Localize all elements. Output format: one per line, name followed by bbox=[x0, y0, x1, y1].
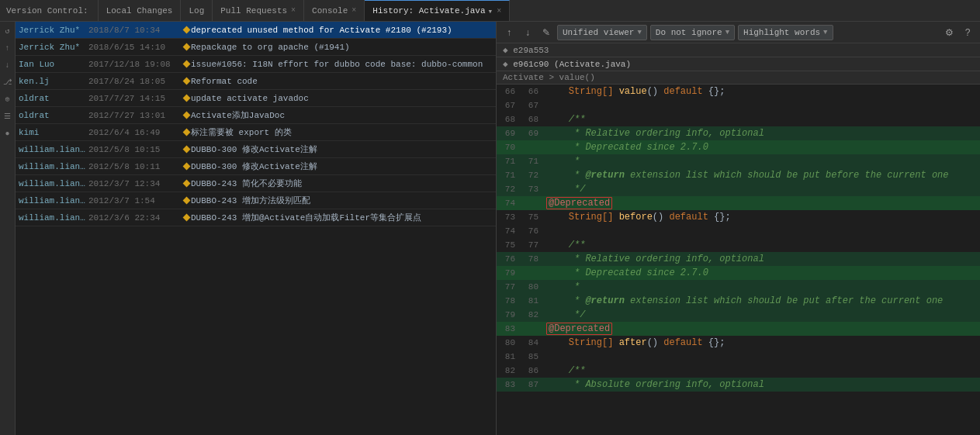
search-icon[interactable]: ⊕ bbox=[2, 93, 14, 105]
line-num-left: 82 bbox=[497, 364, 520, 378]
scroll-down-button[interactable]: ↓ bbox=[520, 25, 535, 40]
line-num-left: 75 bbox=[497, 238, 520, 252]
line-num-right: 66 bbox=[520, 85, 543, 98]
line-num-right: 69 bbox=[520, 126, 543, 140]
edit-button[interactable]: ✎ bbox=[538, 25, 554, 40]
branch-icon[interactable]: ⎇ bbox=[2, 76, 14, 88]
diff-toolbar: ↑ ↓ ✎ Unified viewer ▼ Do not ignore ▼ H… bbox=[497, 22, 980, 43]
viewer-dropdown[interactable]: Unified viewer ▼ bbox=[557, 25, 647, 40]
log-author: william.liangf bbox=[19, 179, 88, 188]
log-row[interactable]: william.liangf2012/3/7 1:54DUBBO-243 增加方… bbox=[16, 192, 496, 209]
line-num-right: 86 bbox=[520, 364, 543, 378]
line-content: * Relative ordering info, optional bbox=[543, 252, 980, 266]
log-date: 2018/8/7 10:34 bbox=[88, 26, 182, 35]
line-num-left: 71 bbox=[497, 154, 520, 168]
code-line: 7982 */ bbox=[497, 308, 980, 322]
line-num-left: 74 bbox=[497, 224, 520, 238]
commit-diamond-icon bbox=[182, 198, 191, 203]
github-icon[interactable]: ● bbox=[2, 127, 14, 140]
line-num-left: 83 bbox=[497, 322, 520, 336]
commit-diamond-icon bbox=[182, 112, 191, 118]
diff-content[interactable]: ◆ e29a553 ◆ e961c90 (Activate.java) Acti… bbox=[497, 43, 980, 435]
log-date: 2012/6/4 16:49 bbox=[88, 128, 182, 137]
version-control-label: Version Control: bbox=[0, 0, 99, 21]
log-author: oldrat bbox=[19, 111, 88, 120]
line-num-right: 82 bbox=[520, 308, 543, 322]
tab-log[interactable]: Log bbox=[181, 0, 213, 21]
line-num-left: 76 bbox=[497, 252, 520, 266]
ignore-label: Do not ignore bbox=[656, 28, 722, 37]
pull-requests-close[interactable]: × bbox=[291, 6, 296, 15]
viewer-label: Unified viewer bbox=[563, 28, 634, 37]
log-message: deprecated unused method for Activate #2… bbox=[191, 26, 493, 35]
line-content: * Deprecated since 2.7.0 bbox=[543, 266, 980, 280]
line-num-left: 79 bbox=[497, 308, 520, 322]
code-line: 7577 /** bbox=[497, 238, 980, 252]
log-date: 2012/3/7 12:34 bbox=[88, 179, 182, 188]
console-close[interactable]: × bbox=[351, 6, 356, 15]
line-content: * Deprecated since 2.7.0 bbox=[543, 140, 980, 154]
help-button[interactable]: ? bbox=[960, 25, 975, 40]
log-row[interactable]: kimi2012/6/4 16:49标注需要被 export 的类 bbox=[16, 124, 496, 141]
line-num-left: 78 bbox=[497, 294, 520, 308]
log-author: william.liangf bbox=[19, 145, 88, 154]
history-tab-arrow[interactable]: ▾ bbox=[488, 6, 493, 16]
log-message: update activate javadoc bbox=[191, 94, 493, 103]
line-content: /** bbox=[543, 238, 980, 252]
log-row[interactable]: william.liangf2012/3/6 22:34DUBBO-243 增加… bbox=[16, 209, 496, 226]
commit-diamond-icon bbox=[182, 61, 191, 67]
settings-icon[interactable]: ☰ bbox=[2, 110, 14, 123]
tab-local-changes[interactable]: Local Changes bbox=[99, 0, 182, 21]
log-row[interactable]: oldrat2012/7/27 13:01Activate添加JavaDoc bbox=[16, 107, 496, 124]
log-message: Repackage to org apache (#1941) bbox=[191, 43, 493, 52]
log-row[interactable]: Ian Luo2017/12/18 19:08issue#1056: I18N … bbox=[16, 56, 496, 73]
log-date: 2012/3/7 1:54 bbox=[88, 196, 182, 205]
code-line: 7171 * bbox=[497, 154, 980, 168]
log-row[interactable]: Jerrick Zhu*2018/8/7 10:34deprecated unu… bbox=[16, 22, 496, 39]
ignore-dropdown-arrow: ▼ bbox=[725, 29, 729, 36]
code-line: 74@Deprecated bbox=[497, 196, 980, 210]
commit-diamond-icon bbox=[182, 27, 191, 33]
log-author: william.liangf bbox=[19, 213, 88, 223]
tab-console[interactable]: Console × bbox=[304, 0, 365, 21]
line-content: * @return extension list which should be… bbox=[543, 294, 980, 308]
gear-button[interactable]: ⚙ bbox=[941, 25, 957, 40]
log-row[interactable]: oldrat2017/7/27 14:15update activate jav… bbox=[16, 90, 496, 107]
tab-pull-requests[interactable]: Pull Requests × bbox=[213, 0, 304, 21]
line-num-right: 72 bbox=[520, 168, 543, 182]
push-icon[interactable]: ↑ bbox=[2, 42, 14, 54]
log-message: issue#1056: I18N effort for dubbo code b… bbox=[191, 60, 493, 69]
code-area: 6666 String[] value() default {};6767686… bbox=[497, 85, 980, 392]
highlight-dropdown[interactable]: Highlight words ▼ bbox=[738, 25, 833, 40]
scroll-up-button[interactable]: ↑ bbox=[501, 25, 517, 40]
log-row[interactable]: william.liangf2012/5/8 10:15DUBBO-300 修改… bbox=[16, 141, 496, 158]
commit1-hash: e29a553 bbox=[513, 46, 549, 55]
ignore-dropdown[interactable]: Do not ignore ▼ bbox=[650, 25, 735, 40]
line-num-left: 74 bbox=[497, 196, 520, 210]
log-row[interactable]: william.liangf2012/5/8 10:11DUBBO-300 修改… bbox=[16, 158, 496, 175]
log-row[interactable]: Jerrick Zhu*2018/6/15 14:10Repackage to … bbox=[16, 39, 496, 56]
line-num-left: 77 bbox=[497, 280, 520, 294]
highlight-dropdown-arrow: ▼ bbox=[823, 29, 827, 36]
line-num-left: 67 bbox=[497, 98, 520, 112]
log-author: william.liangf bbox=[19, 162, 88, 171]
log-row[interactable]: ken.lj2017/8/24 18:05Reformat code bbox=[16, 73, 496, 90]
line-num-right: 75 bbox=[520, 210, 543, 224]
history-close[interactable]: × bbox=[497, 7, 501, 16]
log-author: Ian Luo bbox=[19, 60, 88, 69]
log-message: Reformat code bbox=[191, 77, 493, 86]
commit-diamond-icon bbox=[182, 78, 191, 84]
log-date: 2017/8/24 18:05 bbox=[88, 77, 182, 86]
line-num-left: 70 bbox=[497, 140, 520, 154]
refresh-icon[interactable]: ↺ bbox=[2, 25, 14, 37]
line-content: String[] before() default {}; bbox=[543, 210, 980, 224]
pull-icon[interactable]: ↓ bbox=[2, 59, 14, 71]
log-date: 2018/6/15 14:10 bbox=[88, 43, 182, 52]
code-line: 7678 * Relative ordering info, optional bbox=[497, 252, 980, 266]
log-row[interactable]: william.liangf2012/3/7 12:34DUBBO-243 简化… bbox=[16, 175, 496, 192]
line-num-left: 66 bbox=[497, 85, 520, 98]
tab-history[interactable]: History: Activate.java ▾ × bbox=[365, 0, 510, 21]
line-content: String[] after() default {}; bbox=[543, 336, 980, 350]
log-list: Jerrick Zhu*2018/8/7 10:34deprecated unu… bbox=[16, 22, 496, 435]
code-line: 8084 String[] after() default {}; bbox=[497, 336, 980, 350]
